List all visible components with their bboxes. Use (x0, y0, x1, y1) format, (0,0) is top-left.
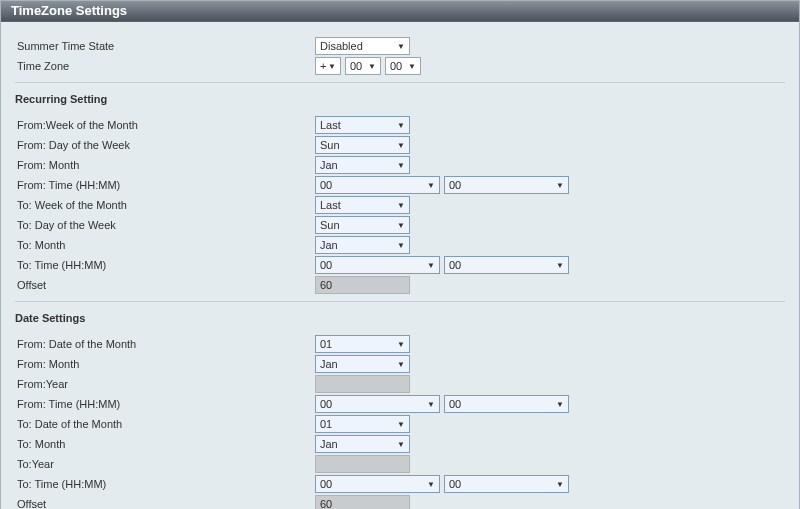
label-rec-to-day: To: Day of the Week (15, 219, 315, 231)
select-date-to-date[interactable]: 01 (315, 415, 410, 433)
select-rec-from-time-mm[interactable]: 00 (444, 176, 569, 194)
row-time-zone: Time Zone + 00 00 (15, 56, 785, 76)
label-date-to-time: To: Time (HH:MM) (15, 478, 315, 490)
select-rec-to-week[interactable]: Last (315, 196, 410, 214)
input-rec-offset: 60 (315, 276, 410, 294)
select-rec-to-time-hh[interactable]: 00 (315, 256, 440, 274)
select-date-from-date[interactable]: 01 (315, 335, 410, 353)
label-rec-from-week: From:Week of the Month (15, 119, 315, 131)
label-rec-from-time: From: Time (HH:MM) (15, 179, 315, 191)
row-summer-time: Summer Time State Disabled (15, 36, 785, 56)
select-rec-from-time-hh[interactable]: 00 (315, 176, 440, 194)
select-tz-mm[interactable]: 00 (385, 57, 421, 75)
section-head-recurring: Recurring Setting (15, 91, 785, 109)
select-rec-to-day[interactable]: Sun (315, 216, 410, 234)
select-date-to-month[interactable]: Jan (315, 435, 410, 453)
label-rec-to-time: To: Time (HH:MM) (15, 259, 315, 271)
label-rec-from-month: From: Month (15, 159, 315, 171)
label-rec-to-week: To: Week of the Month (15, 199, 315, 211)
select-tz-sign[interactable]: + (315, 57, 341, 75)
label-date-to-year: To:Year (15, 458, 315, 470)
input-date-to-year (315, 455, 410, 473)
label-date-to-date: To: Date of the Month (15, 418, 315, 430)
label-date-offset: Offset (15, 498, 315, 509)
select-date-to-time-hh[interactable]: 00 (315, 475, 440, 493)
label-date-from-month: From: Month (15, 358, 315, 370)
content-area: Summer Time State Disabled Time Zone + 0… (1, 22, 799, 509)
label-date-from-date: From: Date of the Month (15, 338, 315, 350)
select-rec-from-day[interactable]: Sun (315, 136, 410, 154)
label-rec-from-day: From: Day of the Week (15, 139, 315, 151)
select-summer-time[interactable]: Disabled (315, 37, 410, 55)
divider (15, 82, 785, 83)
timezone-settings-panel: TimeZone Settings Summer Time State Disa… (0, 0, 800, 509)
label-summer-time: Summer Time State (15, 40, 315, 52)
label-date-from-time: From: Time (HH:MM) (15, 398, 315, 410)
select-tz-hh[interactable]: 00 (345, 57, 381, 75)
label-date-to-month: To: Month (15, 438, 315, 450)
input-date-offset: 60 (315, 495, 410, 509)
label-rec-to-month: To: Month (15, 239, 315, 251)
select-rec-to-month[interactable]: Jan (315, 236, 410, 254)
input-date-from-year (315, 375, 410, 393)
divider (15, 301, 785, 302)
section-head-date: Date Settings (15, 310, 785, 328)
select-date-from-month[interactable]: Jan (315, 355, 410, 373)
select-rec-from-week[interactable]: Last (315, 116, 410, 134)
select-date-to-time-mm[interactable]: 00 (444, 475, 569, 493)
page-title: TimeZone Settings (1, 1, 799, 22)
label-time-zone: Time Zone (15, 60, 315, 72)
select-rec-to-time-mm[interactable]: 00 (444, 256, 569, 274)
select-rec-from-month[interactable]: Jan (315, 156, 410, 174)
select-date-from-time-mm[interactable]: 00 (444, 395, 569, 413)
label-rec-offset: Offset (15, 279, 315, 291)
label-date-from-year: From:Year (15, 378, 315, 390)
select-date-from-time-hh[interactable]: 00 (315, 395, 440, 413)
